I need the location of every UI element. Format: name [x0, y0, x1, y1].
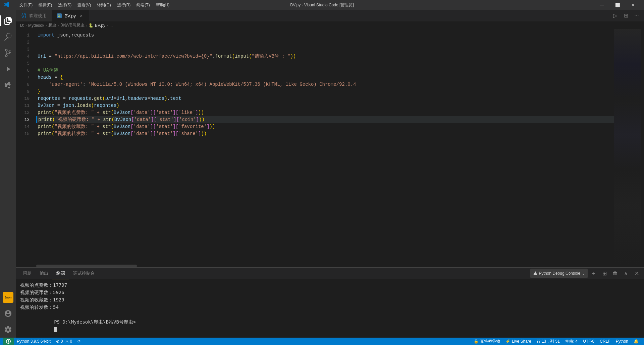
sidebar-item-account[interactable]	[0, 305, 16, 322]
terminal-output-2: 视频的硬币数：5926	[20, 289, 640, 296]
line-num-5: 5	[16, 60, 30, 67]
scrollbar-horizontal[interactable]	[16, 264, 644, 267]
debug-console-selector[interactable]: Python Debug Console ⌄	[530, 269, 588, 278]
breadcrumb-mydesok[interactable]: Mydesok	[28, 23, 44, 28]
sidebar-item-search[interactable]	[0, 29, 16, 45]
tab-output[interactable]: 输出	[36, 268, 52, 279]
liveshare-label: Live Share	[512, 339, 531, 344]
menu-select[interactable]: 选择(S)	[55, 1, 74, 9]
line-num-2: 2	[16, 39, 30, 46]
status-remote[interactable]	[3, 338, 14, 345]
terminal-trash-button[interactable]: 🗑	[610, 269, 620, 278]
breadcrumb-ellipsis[interactable]: ...	[109, 23, 113, 28]
status-line-ending[interactable]: CRLF	[597, 338, 613, 345]
json-viewer-badge[interactable]: Json	[3, 292, 13, 303]
terminal-actions: Python Debug Console ⌄ ＋ ⊞ 🗑 ∧ ✕	[530, 269, 641, 278]
minimize-button[interactable]: —	[594, 0, 610, 10]
error-icon: ⊘	[56, 339, 59, 344]
tab-welcome-label: 欢迎使用	[29, 13, 47, 19]
status-notifications[interactable]: 🔔	[631, 338, 641, 345]
line-num-4: 4	[16, 53, 30, 60]
breadcrumb-sep-4: ›	[86, 23, 87, 28]
code-editor[interactable]: 1 2 3 4 5 6 7 8 9 10 11 12 13 14 15	[16, 29, 644, 264]
line-num-3: 3	[16, 46, 30, 53]
breadcrumb-spider[interactable]: 爬虫	[48, 22, 56, 28]
terminal-area: 问题 输出 终端 调试控制台 Python Debug Console ⌄ ＋ …	[16, 267, 644, 338]
breadcrumb-d[interactable]: D:	[20, 23, 24, 28]
error-count: 0	[61, 339, 63, 344]
breadcrumb-bvfolder[interactable]: B站VB号爬虫	[60, 22, 85, 28]
window-controls: — ⬜ ✕	[594, 0, 641, 10]
terminal-cursor	[54, 327, 57, 332]
terminal-output-3: 视频的收藏数：1929	[20, 296, 640, 303]
status-errors[interactable]: ⊘ 0 △ 0	[53, 338, 75, 345]
tab-bvpy-label: BV.py	[64, 13, 76, 18]
sidebar-item-extensions[interactable]	[0, 77, 16, 93]
status-language[interactable]: Python	[613, 338, 631, 345]
close-button[interactable]: ✕	[625, 0, 641, 10]
status-bar-left: Python 3.9.5 64-bit ⊘ 0 △ 0 ⟳	[3, 338, 84, 345]
tab-welcome[interactable]: ⟨/⟩ 欢迎使用	[16, 10, 52, 21]
breadcrumb-sep-5: ›	[107, 23, 108, 28]
liveshare-icon: ⚡	[505, 339, 511, 344]
breadcrumb-sep-3: ›	[58, 23, 59, 28]
line-num-14: 14	[16, 123, 30, 130]
scrollbar-vertical[interactable]	[641, 29, 644, 264]
code-content[interactable]: import json,requests Url = "https://api.…	[36, 29, 614, 264]
menu-edit[interactable]: 编辑(E)	[36, 1, 55, 9]
terminal-collapse-button[interactable]: ∧	[621, 269, 631, 278]
warning-icon: △	[65, 339, 68, 344]
console-dropdown-icon: ⌄	[582, 271, 585, 276]
terminal-prompt-line: PS D:\Mydesok\爬虫\B站VB号爬虫>	[20, 311, 640, 338]
tab-bar: ⟨/⟩ 欢迎使用 🐍 BV.py × ▷ ⊞ ···	[16, 10, 644, 22]
line-num-13: 13	[16, 116, 30, 123]
terminal-prompt: PS D:\Mydesok\爬虫\B站VB号爬虫>	[54, 319, 136, 325]
window-title: BV.py - Visual Studio Code [管理员]	[290, 2, 354, 8]
line-num-6: 6	[16, 67, 30, 74]
breadcrumb-py-icon: 🐍	[89, 23, 94, 28]
terminal-close-button[interactable]: ✕	[632, 269, 641, 278]
terminal-split-button[interactable]: ⊞	[600, 269, 609, 278]
warning-count: 0	[70, 339, 72, 344]
sidebar-item-settings[interactable]	[0, 322, 16, 338]
menu-view[interactable]: 查看(V)	[75, 1, 94, 9]
status-encoding[interactable]: UTF-8	[580, 338, 597, 345]
menu-file[interactable]: 文件(F)	[17, 1, 35, 9]
status-location-icon[interactable]: 🔒 瓦特桥谷物	[471, 338, 503, 345]
status-line-col[interactable]: 行 13，列 51	[534, 338, 562, 345]
tab-close-button[interactable]: ×	[78, 12, 84, 19]
menu-terminal[interactable]: 终端(T)	[134, 1, 152, 9]
more-actions-icon[interactable]: ···	[632, 11, 641, 20]
tab-terminal[interactable]: 终端	[52, 268, 69, 279]
tab-problems[interactable]: 问题	[19, 268, 36, 279]
status-liveshare[interactable]: ⚡ Live Share	[503, 338, 534, 345]
sync-icon: ⟳	[77, 339, 81, 344]
menu-run[interactable]: 运行(R)	[114, 1, 133, 9]
split-editor-icon[interactable]: ⊞	[621, 11, 631, 20]
run-icon[interactable]: ▷	[610, 11, 620, 20]
code-line-4: Url = "https://api.bilibili.com/x/web-in…	[36, 53, 614, 60]
sidebar-item-run-debug[interactable]	[0, 61, 16, 77]
terminal-content[interactable]: 视频的点赞数：17797 视频的硬币数：5926 视频的收藏数：1929 视频的…	[16, 279, 644, 338]
breadcrumb-bvpy[interactable]: BV.py	[95, 23, 105, 28]
status-sync[interactable]: ⟳	[75, 338, 84, 345]
terminal-add-button[interactable]: ＋	[589, 269, 598, 278]
breadcrumb: D: › Mydesok › 爬虫 › B站VB号爬虫 › 🐍 BV.py › …	[16, 22, 644, 29]
code-line-9: }	[36, 88, 614, 95]
line-numbers: 1 2 3 4 5 6 7 8 9 10 11 12 13 14 15	[16, 29, 36, 264]
status-python-version[interactable]: Python 3.9.5 64-bit	[14, 338, 53, 345]
sidebar-item-explorer[interactable]	[0, 13, 16, 29]
sidebar-item-source-control[interactable]	[0, 45, 16, 61]
tab-bvpy[interactable]: 🐍 BV.py ×	[52, 10, 89, 21]
line-num-9: 9	[16, 88, 30, 95]
tab-debug-console[interactable]: 调试控制台	[69, 268, 99, 279]
menu-goto[interactable]: 转到(G)	[94, 1, 113, 9]
code-line-2	[36, 39, 614, 46]
code-line-11: BvJson = json.loads(reqontes)	[36, 102, 614, 109]
maximize-button[interactable]: ⬜	[610, 0, 625, 10]
sidebar-item-remote-explorer[interactable]: Json	[0, 289, 16, 305]
status-bar: Python 3.9.5 64-bit ⊘ 0 △ 0 ⟳ 🔒 瓦特桥谷物 ⚡ …	[0, 338, 644, 345]
code-line-6: # UA伪装	[36, 67, 614, 74]
menu-help[interactable]: 帮助(H)	[153, 1, 172, 9]
status-spaces[interactable]: 空格: 4	[562, 338, 580, 345]
